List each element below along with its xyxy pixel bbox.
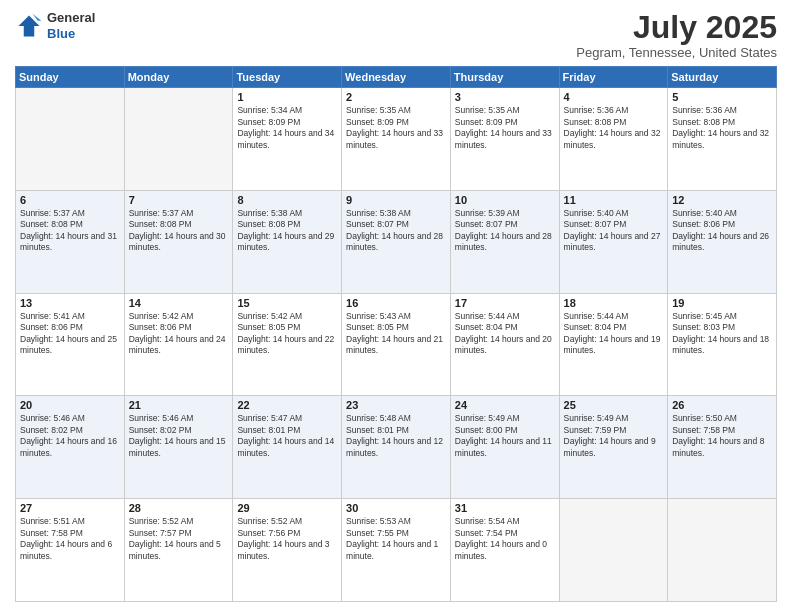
cell-info: Sunrise: 5:42 AMSunset: 8:06 PMDaylight:… (129, 311, 229, 357)
table-cell: 1Sunrise: 5:34 AMSunset: 8:09 PMDaylight… (233, 88, 342, 191)
cell-info: Sunrise: 5:40 AMSunset: 8:07 PMDaylight:… (564, 208, 664, 254)
day-number: 4 (564, 91, 664, 103)
cell-info: Sunrise: 5:44 AMSunset: 8:04 PMDaylight:… (455, 311, 555, 357)
day-number: 26 (672, 399, 772, 411)
day-number: 29 (237, 502, 337, 514)
cell-info: Sunrise: 5:44 AMSunset: 8:04 PMDaylight:… (564, 311, 664, 357)
cell-info: Sunrise: 5:49 AMSunset: 8:00 PMDaylight:… (455, 413, 555, 459)
day-number: 13 (20, 297, 120, 309)
table-cell: 5Sunrise: 5:36 AMSunset: 8:08 PMDaylight… (668, 88, 777, 191)
day-number: 21 (129, 399, 229, 411)
logo: General Blue (15, 10, 95, 41)
day-number: 2 (346, 91, 446, 103)
calendar-week-row: 20Sunrise: 5:46 AMSunset: 8:02 PMDayligh… (16, 396, 777, 499)
day-number: 10 (455, 194, 555, 206)
cell-info: Sunrise: 5:36 AMSunset: 8:08 PMDaylight:… (672, 105, 772, 151)
cell-info: Sunrise: 5:46 AMSunset: 8:02 PMDaylight:… (129, 413, 229, 459)
table-cell: 8Sunrise: 5:38 AMSunset: 8:08 PMDaylight… (233, 190, 342, 293)
day-number: 30 (346, 502, 446, 514)
table-cell: 15Sunrise: 5:42 AMSunset: 8:05 PMDayligh… (233, 293, 342, 396)
day-number: 27 (20, 502, 120, 514)
table-cell: 18Sunrise: 5:44 AMSunset: 8:04 PMDayligh… (559, 293, 668, 396)
cell-info: Sunrise: 5:45 AMSunset: 8:03 PMDaylight:… (672, 311, 772, 357)
table-cell: 25Sunrise: 5:49 AMSunset: 7:59 PMDayligh… (559, 396, 668, 499)
table-cell: 20Sunrise: 5:46 AMSunset: 8:02 PMDayligh… (16, 396, 125, 499)
day-number: 6 (20, 194, 120, 206)
table-cell: 3Sunrise: 5:35 AMSunset: 8:09 PMDaylight… (450, 88, 559, 191)
cell-info: Sunrise: 5:38 AMSunset: 8:07 PMDaylight:… (346, 208, 446, 254)
location-text: Pegram, Tennessee, United States (576, 45, 777, 60)
day-number: 12 (672, 194, 772, 206)
calendar-week-row: 13Sunrise: 5:41 AMSunset: 8:06 PMDayligh… (16, 293, 777, 396)
cell-info: Sunrise: 5:34 AMSunset: 8:09 PMDaylight:… (237, 105, 337, 151)
cell-info: Sunrise: 5:46 AMSunset: 8:02 PMDaylight:… (20, 413, 120, 459)
table-cell: 28Sunrise: 5:52 AMSunset: 7:57 PMDayligh… (124, 499, 233, 602)
calendar-week-row: 27Sunrise: 5:51 AMSunset: 7:58 PMDayligh… (16, 499, 777, 602)
table-cell: 9Sunrise: 5:38 AMSunset: 8:07 PMDaylight… (342, 190, 451, 293)
table-cell: 21Sunrise: 5:46 AMSunset: 8:02 PMDayligh… (124, 396, 233, 499)
table-cell (124, 88, 233, 191)
calendar-week-row: 1Sunrise: 5:34 AMSunset: 8:09 PMDaylight… (16, 88, 777, 191)
table-cell: 2Sunrise: 5:35 AMSunset: 8:09 PMDaylight… (342, 88, 451, 191)
cell-info: Sunrise: 5:40 AMSunset: 8:06 PMDaylight:… (672, 208, 772, 254)
logo-text: General Blue (47, 10, 95, 41)
table-cell: 31Sunrise: 5:54 AMSunset: 7:54 PMDayligh… (450, 499, 559, 602)
day-number: 1 (237, 91, 337, 103)
table-cell: 13Sunrise: 5:41 AMSunset: 8:06 PMDayligh… (16, 293, 125, 396)
table-cell: 4Sunrise: 5:36 AMSunset: 8:08 PMDaylight… (559, 88, 668, 191)
logo-blue-text: Blue (47, 26, 95, 42)
svg-marker-2 (33, 13, 42, 20)
cell-info: Sunrise: 5:51 AMSunset: 7:58 PMDaylight:… (20, 516, 120, 562)
day-number: 16 (346, 297, 446, 309)
table-cell: 26Sunrise: 5:50 AMSunset: 7:58 PMDayligh… (668, 396, 777, 499)
cell-info: Sunrise: 5:53 AMSunset: 7:55 PMDaylight:… (346, 516, 446, 562)
cell-info: Sunrise: 5:50 AMSunset: 7:58 PMDaylight:… (672, 413, 772, 459)
table-cell (668, 499, 777, 602)
col-thursday: Thursday (450, 67, 559, 88)
cell-info: Sunrise: 5:49 AMSunset: 7:59 PMDaylight:… (564, 413, 664, 459)
table-cell: 29Sunrise: 5:52 AMSunset: 7:56 PMDayligh… (233, 499, 342, 602)
day-number: 8 (237, 194, 337, 206)
table-cell: 7Sunrise: 5:37 AMSunset: 8:08 PMDaylight… (124, 190, 233, 293)
day-number: 11 (564, 194, 664, 206)
day-number: 15 (237, 297, 337, 309)
header: General Blue July 2025 Pegram, Tennessee… (15, 10, 777, 60)
cell-info: Sunrise: 5:54 AMSunset: 7:54 PMDaylight:… (455, 516, 555, 562)
table-cell: 17Sunrise: 5:44 AMSunset: 8:04 PMDayligh… (450, 293, 559, 396)
cell-info: Sunrise: 5:48 AMSunset: 8:01 PMDaylight:… (346, 413, 446, 459)
day-number: 31 (455, 502, 555, 514)
cell-info: Sunrise: 5:42 AMSunset: 8:05 PMDaylight:… (237, 311, 337, 357)
day-number: 19 (672, 297, 772, 309)
logo-icon (15, 12, 43, 40)
table-cell: 23Sunrise: 5:48 AMSunset: 8:01 PMDayligh… (342, 396, 451, 499)
col-saturday: Saturday (668, 67, 777, 88)
table-cell: 30Sunrise: 5:53 AMSunset: 7:55 PMDayligh… (342, 499, 451, 602)
day-number: 28 (129, 502, 229, 514)
calendar-week-row: 6Sunrise: 5:37 AMSunset: 8:08 PMDaylight… (16, 190, 777, 293)
table-cell: 14Sunrise: 5:42 AMSunset: 8:06 PMDayligh… (124, 293, 233, 396)
table-cell: 6Sunrise: 5:37 AMSunset: 8:08 PMDaylight… (16, 190, 125, 293)
day-number: 20 (20, 399, 120, 411)
cell-info: Sunrise: 5:35 AMSunset: 8:09 PMDaylight:… (455, 105, 555, 151)
day-number: 22 (237, 399, 337, 411)
table-cell: 27Sunrise: 5:51 AMSunset: 7:58 PMDayligh… (16, 499, 125, 602)
title-block: July 2025 Pegram, Tennessee, United Stat… (576, 10, 777, 60)
cell-info: Sunrise: 5:52 AMSunset: 7:56 PMDaylight:… (237, 516, 337, 562)
table-cell: 24Sunrise: 5:49 AMSunset: 8:00 PMDayligh… (450, 396, 559, 499)
day-number: 7 (129, 194, 229, 206)
cell-info: Sunrise: 5:37 AMSunset: 8:08 PMDaylight:… (20, 208, 120, 254)
day-number: 9 (346, 194, 446, 206)
table-cell: 16Sunrise: 5:43 AMSunset: 8:05 PMDayligh… (342, 293, 451, 396)
col-friday: Friday (559, 67, 668, 88)
day-number: 24 (455, 399, 555, 411)
cell-info: Sunrise: 5:47 AMSunset: 8:01 PMDaylight:… (237, 413, 337, 459)
cell-info: Sunrise: 5:43 AMSunset: 8:05 PMDaylight:… (346, 311, 446, 357)
table-cell: 22Sunrise: 5:47 AMSunset: 8:01 PMDayligh… (233, 396, 342, 499)
table-cell: 10Sunrise: 5:39 AMSunset: 8:07 PMDayligh… (450, 190, 559, 293)
page: General Blue July 2025 Pegram, Tennessee… (0, 0, 792, 612)
col-monday: Monday (124, 67, 233, 88)
col-tuesday: Tuesday (233, 67, 342, 88)
day-number: 17 (455, 297, 555, 309)
cell-info: Sunrise: 5:37 AMSunset: 8:08 PMDaylight:… (129, 208, 229, 254)
cell-info: Sunrise: 5:39 AMSunset: 8:07 PMDaylight:… (455, 208, 555, 254)
